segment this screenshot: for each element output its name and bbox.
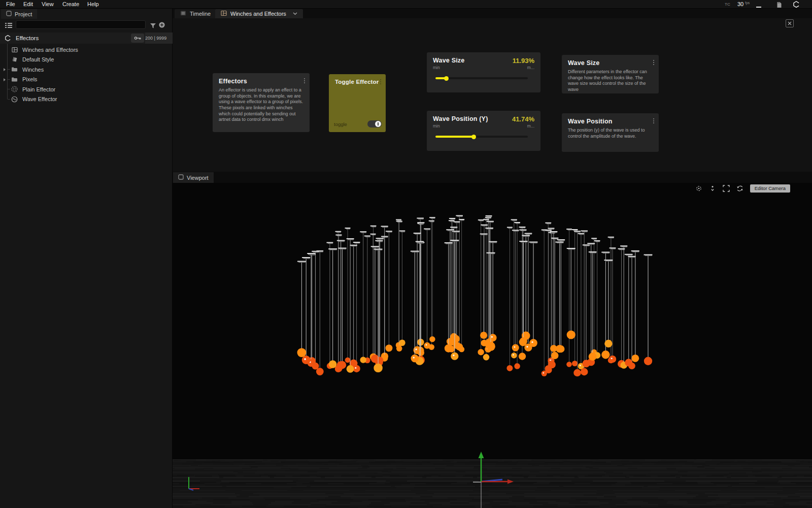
tree-item-wave-effector[interactable]: Wave Effector: [0, 94, 173, 105]
wave-effector-icon: [11, 96, 18, 103]
focus-icon[interactable]: [695, 185, 702, 192]
tree-children: Winches and Effectors Default Style Winc…: [0, 45, 173, 104]
viewport-tab-label: Viewport: [187, 175, 209, 181]
slider-knob[interactable]: [471, 135, 476, 139]
kebab-menu-icon[interactable]: [379, 78, 383, 85]
pivot-icon[interactable]: [709, 185, 716, 192]
wave-position-card: Wave Position (Y) 41.74% min m...: [427, 111, 540, 151]
menu-create[interactable]: Create: [60, 0, 81, 9]
expand-arrow-icon[interactable]: [4, 78, 6, 81]
tree-item-label: Wave Effector: [22, 96, 57, 102]
tab-viewport[interactable]: Viewport: [173, 172, 214, 183]
viewport-tab-bar: Viewport: [173, 172, 812, 183]
editor-camera-button[interactable]: Editor Camera: [750, 184, 790, 193]
tab-winches-and-effectors[interactable]: Winches and Effectors: [215, 9, 303, 18]
project-tree: Effectors 200 | 9999 Winches and Effecto…: [0, 33, 173, 104]
search-input[interactable]: [16, 20, 146, 29]
add-item-icon[interactable]: [158, 21, 165, 30]
timecode-label: TC: [725, 2, 730, 7]
tab-timeline-label: Timeline: [190, 11, 211, 17]
panel-square-icon: [6, 11, 12, 17]
fps-value: 30: [737, 1, 743, 7]
min-label: min: [433, 65, 440, 70]
wave-position-info-card: Wave Position The position (y) of the wa…: [562, 113, 659, 152]
slider-track: [435, 77, 528, 79]
key-icon[interactable]: [131, 34, 144, 43]
tree-root-label: Effectors: [16, 35, 39, 41]
project-panel: Project Effectors 200 | 9999: [0, 9, 173, 508]
effectors-card: Effectors An effector is used to apply a…: [213, 73, 310, 132]
kebab-menu-icon[interactable]: [652, 117, 656, 124]
project-tab-label: Project: [15, 11, 32, 17]
tab-timeline[interactable]: Timeline: [175, 9, 216, 18]
main-tab-bar: Timeline Winches and Effectors: [173, 9, 812, 18]
wave-size-slider[interactable]: [435, 76, 528, 81]
project-toolbar: [0, 20, 173, 32]
application-window: { "app": { "menu_items": ["File", "Edit"…: [0, 0, 812, 508]
viewport-3d[interactable]: Editor Camera: [173, 183, 812, 508]
max-label: m...: [527, 65, 534, 70]
min-label: min: [433, 123, 440, 129]
sync-icon[interactable]: [736, 185, 743, 192]
card-title: Wave Position: [568, 118, 653, 125]
menu-help[interactable]: Help: [85, 0, 101, 9]
tree-item-default-style[interactable]: Default Style: [0, 55, 173, 65]
folder-icon: [11, 67, 18, 72]
wave-position-slider[interactable]: [435, 134, 528, 139]
menu-view[interactable]: View: [40, 0, 56, 9]
tree-item-label: Winches: [22, 67, 44, 73]
wave-size-card: Wave Size 11.93% min m...: [427, 52, 540, 92]
slider-knob[interactable]: [444, 76, 449, 81]
toggle-knob[interactable]: [375, 121, 381, 127]
tree-item-winches[interactable]: Winches: [0, 65, 173, 75]
tree-root-effectors[interactable]: Effectors 200 | 9999: [0, 33, 173, 44]
tree-item-pixels[interactable]: Pixels: [0, 75, 173, 85]
panel-square-icon: [178, 174, 184, 181]
memory-card-icon[interactable]: [776, 1, 782, 10]
filter-funnel-icon[interactable]: [150, 22, 156, 31]
status-cluster: TC 30 fps: [710, 0, 812, 9]
expand-arrow-icon[interactable]: [4, 68, 6, 71]
viewport-scene[interactable]: [173, 183, 812, 508]
menu-bar: File Edit View Create Help TC 30 fps: [0, 0, 812, 9]
fps-unit-label: fps: [745, 1, 750, 5]
tree-item-label: Pixels: [22, 76, 37, 82]
hexagon-icon: [5, 35, 11, 42]
toggle-label: toggle: [334, 121, 347, 127]
menu-edit[interactable]: Edit: [21, 0, 35, 9]
tree-item-winches-and-effectors[interactable]: Winches and Effectors: [0, 45, 173, 55]
app-logo-hexagon-icon: [793, 1, 800, 10]
wave-position-value: 41.74%: [512, 115, 534, 123]
card-description: Different parameters in the effector can…: [568, 69, 653, 93]
card-title: Wave Position (Y): [433, 115, 488, 122]
tree-item-label: Default Style: [22, 56, 54, 62]
plain-effector-icon: [11, 86, 18, 92]
card-title: Effectors: [219, 78, 303, 85]
tree-item-label: Winches and Effectors: [22, 47, 78, 53]
card-description: An effector is used to apply an effect t…: [219, 87, 303, 123]
card-title: Wave Size: [568, 59, 653, 67]
close-icon[interactable]: [786, 19, 794, 27]
kebab-menu-icon[interactable]: [302, 77, 307, 84]
fps-indicator: [756, 7, 761, 8]
tree-item-plain-effector[interactable]: Plain Effector: [0, 84, 173, 94]
layout-icon: [221, 10, 227, 17]
kebab-menu-icon[interactable]: [652, 59, 656, 66]
slider-fill: [435, 136, 474, 138]
wave-size-value: 11.93%: [513, 57, 534, 65]
folder-icon: [11, 77, 18, 82]
card-title: Wave Size: [433, 57, 464, 64]
layout-icon: [11, 47, 18, 53]
card-title: Toggle Effector: [335, 79, 380, 85]
dashboard-panel: Effectors An effector is used to apply a…: [173, 18, 812, 172]
chevron-down-icon[interactable]: [293, 12, 297, 15]
tab-winches-label: Winches and Effectors: [230, 11, 286, 17]
timeline-icon: [180, 10, 186, 17]
object-count-badge: 200 | 9999: [145, 33, 173, 44]
tab-project[interactable]: Project: [1, 9, 37, 19]
menu-file[interactable]: File: [4, 0, 17, 9]
style-icon: [11, 56, 18, 62]
fullscreen-icon[interactable]: [723, 185, 730, 192]
tree-view-icon[interactable]: [5, 22, 13, 31]
toggle-switch[interactable]: [367, 120, 382, 128]
